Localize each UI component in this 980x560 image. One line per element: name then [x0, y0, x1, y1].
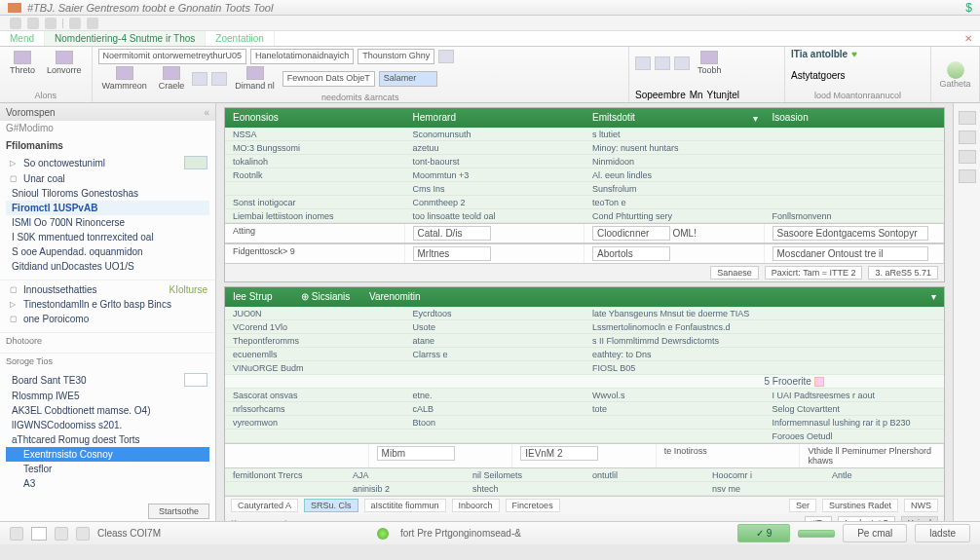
bottom-tab[interactable]: Surstines Radet	[822, 499, 898, 512]
panel-icon[interactable]	[959, 150, 976, 164]
sidebar-item[interactable]: Rlosmmp IWE5	[6, 389, 209, 403]
filter-input[interactable]: Sasoore Edontgacems Sontopyr	[773, 226, 928, 241]
sidebar-item[interactable]: ▷So onctowestuniml	[6, 154, 209, 171]
table-row[interactable]: NSSASconomunsuths ltutiet	[225, 128, 944, 141]
toolbar-item[interactable]: Sanaese	[710, 266, 759, 280]
table-row[interactable]: Forooes Oetudl	[225, 429, 944, 443]
toolbar-item[interactable]: 3. aReS5 5.71	[868, 266, 938, 280]
sidebar-item[interactable]: ▢Unar coal	[6, 171, 209, 186]
col-header[interactable]: Eononsios	[225, 108, 405, 128]
sidebar-item[interactable]: Firomctl 1USPvAB	[6, 201, 209, 215]
table-row[interactable]: MO:3 BungssomiazetuuMinoy: nusent huntar…	[225, 141, 944, 155]
breadcrumb-path3[interactable]: Thounstom Ghny	[358, 49, 434, 64]
table-row[interactable]: nrlssorhcamscALBtoteSelog Ctovarttent	[225, 402, 944, 416]
tab-mend[interactable]: Mend	[0, 31, 45, 46]
bottom-tab[interactable]: Cautyrarted A	[231, 499, 298, 512]
table-row[interactable]: aninisib 2shtechnsv me	[225, 482, 944, 496]
sidebar-item[interactable]: Board Sant TE30	[6, 371, 209, 389]
arrow-right-icon[interactable]	[45, 18, 57, 29]
sheet-input[interactable]: Imoluntet 5	[838, 516, 895, 521]
status-input[interactable]	[31, 527, 47, 541]
chevron-down-icon[interactable]: ▾	[753, 113, 761, 121]
sidebar-item[interactable]: Tesflor	[6, 462, 209, 476]
search-field[interactable]: G#Modimo	[0, 121, 215, 135]
star-icon[interactable]	[814, 377, 824, 387]
salamer-field[interactable]: Salamer	[379, 71, 437, 87]
tab-close-icon[interactable]: ✕	[957, 31, 980, 46]
table-row[interactable]: tokalinohtont-baourstNinmidoon	[225, 155, 944, 168]
bottom-tab[interactable]: Ser	[789, 499, 816, 512]
col-header[interactable]: Isoasion	[765, 108, 945, 128]
sidebar-item[interactable]: lIGWNSCodoomiss s201.	[6, 418, 209, 432]
panel-icon[interactable]	[959, 111, 976, 125]
small-icon[interactable]	[192, 72, 207, 86]
sheet-input[interactable]: #Ts	[805, 516, 832, 521]
sphere-icon[interactable]	[947, 61, 964, 79]
sidebar-item[interactable]: ISMl Oo 700N Rinoncerse	[6, 215, 209, 230]
bottom-tab-active[interactable]: SRSu. Cls	[304, 499, 358, 512]
tool-icon[interactable]	[635, 56, 651, 70]
status-icon[interactable]	[76, 527, 90, 541]
sheet-button[interactable]: Yoiunl	[901, 516, 938, 521]
edit-icon[interactable]	[184, 373, 207, 387]
bottom-tab[interactable]: aIsctitite fiommun	[364, 499, 446, 512]
panel-icon[interactable]	[959, 169, 976, 183]
table-row[interactable]: vyreomwonBtoonInformemnasul lushing rar …	[225, 416, 944, 429]
bottom-tab[interactable]: Inboorch	[452, 499, 500, 512]
table-row[interactable]: Sascorat onsvasetne.Wwvol.sI UAI Padtsre…	[225, 389, 944, 402]
close-icon[interactable]: «	[204, 107, 209, 118]
ribbon-btn-lonvorre[interactable]: Lonvorre	[43, 49, 86, 77]
ribbon-btn-dimand[interactable]: Dimand nl	[231, 64, 279, 93]
expand-icon[interactable]: ▾	[923, 287, 944, 307]
tool-icon[interactable]	[655, 56, 670, 70]
small-icon[interactable]	[211, 72, 227, 86]
save-icon[interactable]	[10, 18, 21, 29]
filter-input[interactable]: Catal. D/is	[413, 226, 491, 241]
folder-icon[interactable]	[87, 18, 98, 29]
filter-input[interactable]: Mibm	[377, 446, 455, 461]
toolbar-item[interactable]: Paxicrt: Tam = ITTE 2	[765, 266, 863, 280]
ribbon-btn-wammreon[interactable]: Wammreon	[98, 64, 151, 93]
table-row[interactable]: VCorend 1VloUsoteLssmertolinomocln e Fon…	[225, 320, 944, 334]
arrow-left-icon[interactable]	[27, 18, 39, 29]
sidebar-item-selected[interactable]: Exentrnsisto Cosnoy	[6, 447, 209, 462]
table-row[interactable]: VINuORGE BudmFIOSL B05	[225, 361, 944, 375]
tab-zoentation[interactable]: Zoentatiion	[206, 31, 274, 46]
table-row[interactable]: Liembai lettiistoon inomestoo linsoatte …	[225, 209, 944, 223]
col-header[interactable]: Iee Strup	[225, 287, 293, 307]
footer-button[interactable]: Startsothe	[148, 504, 209, 519]
filter-input[interactable]: Abortols	[592, 246, 670, 261]
tool-icon[interactable]	[674, 56, 690, 70]
filter-input[interactable]: Cloodicnner	[592, 226, 670, 241]
refresh-icon[interactable]	[69, 18, 81, 29]
go-icon[interactable]	[438, 50, 454, 63]
table-row[interactable]: Cms InsSunsfrolum	[225, 182, 944, 196]
table-row[interactable]: Thepontferommsatanes II Flommltimmd Dewr…	[225, 334, 944, 348]
status-icon[interactable]	[55, 527, 68, 541]
sidebar-item[interactable]: AK3EL Cobdtionett mamse. O4)	[6, 403, 209, 418]
primary-button[interactable]: ✓ 9	[737, 524, 790, 542]
bottom-tab[interactable]: NWS	[904, 499, 938, 512]
sidebar-item[interactable]: ▢one Poroicomo	[6, 312, 209, 326]
table-row[interactable]: Sonst inotigocarConmtheep 2teoTon e	[225, 196, 944, 209]
sidebar-item[interactable]: I S0K mmentued tonrrexcited oal	[6, 230, 209, 244]
filter-input[interactable]: Mrltnes	[413, 246, 491, 261]
secondary-button[interactable]: ladste	[915, 524, 970, 542]
bottom-tab[interactable]: Fincretoes	[506, 499, 560, 512]
panel-icon[interactable]	[959, 131, 976, 144]
sidebar-item[interactable]: A3	[6, 476, 209, 491]
primary-button[interactable]	[798, 530, 835, 538]
sidebar-item[interactable]: S ooe Aupendad. oquanmidon	[6, 244, 209, 259]
table-row[interactable]: ecuenemllsClarrss eeathtey: to Dns	[225, 348, 944, 361]
secondary-button[interactable]: Pe cmal	[843, 524, 907, 542]
filter-input[interactable]: IEVnM 2	[520, 446, 598, 461]
filter-input[interactable]: Moscdaner Ontoust tre il	[773, 246, 928, 261]
col-header[interactable]: Varenomitin	[361, 287, 923, 307]
sidebar-item[interactable]: Gitdiand unDocastes UO1/S	[6, 259, 209, 274]
col-header[interactable]: Emitsdotit▾	[584, 108, 765, 128]
sidebar-group-head[interactable]: Ffilomanims	[6, 137, 209, 154]
table-row[interactable]: JUO0NEycrdtooslate Ybansgeuns Mnsut tie …	[225, 307, 944, 320]
status-icon[interactable]	[10, 527, 23, 541]
breadcrumb-path[interactable]: Noermitomit ontorwemetreythurU05	[98, 49, 247, 64]
col-header[interactable]: ⊕ Sicsianis	[293, 287, 361, 307]
